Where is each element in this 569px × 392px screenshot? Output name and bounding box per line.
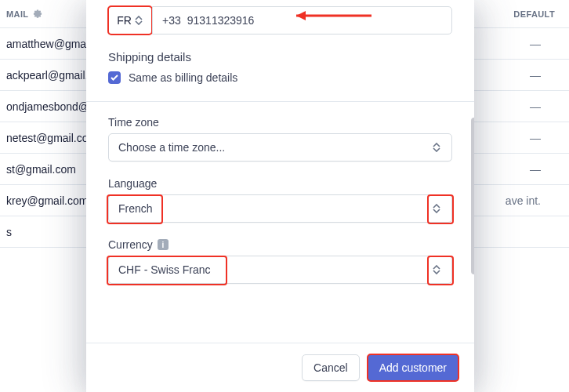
phone-field: FR +33 91311323916 — [108, 6, 452, 34]
phone-country-code: FR — [117, 14, 132, 27]
shipping-section-title: Shipping details — [108, 50, 452, 64]
timezone-field: Time zone Choose a time zone... — [108, 116, 452, 162]
currency-select[interactable]: CHF - Swiss Franc — [108, 256, 452, 284]
column-header-email-text: MAIL — [6, 9, 28, 19]
timezone-label: Time zone — [108, 116, 452, 129]
chevron-updown-icon — [431, 140, 442, 154]
gear-icon[interactable] — [33, 9, 42, 20]
same-as-billing-label: Same as billing details — [129, 71, 237, 84]
cancel-button[interactable]: Cancel — [302, 354, 360, 381]
add-customer-button[interactable]: Add customer — [368, 354, 458, 381]
scrollbar-thumb[interactable] — [471, 118, 474, 274]
currency-label: Currency i — [108, 238, 452, 251]
phone-dial-prefix: +33 — [162, 14, 181, 27]
phone-number-input[interactable]: +33 91311323916 — [152, 6, 452, 34]
divider — [86, 101, 474, 102]
checkbox-checked-icon — [108, 71, 121, 84]
timezone-value: Choose a time zone... — [118, 141, 431, 154]
currency-value: CHF - Swiss Franc — [118, 263, 431, 276]
info-icon[interactable]: i — [158, 239, 169, 250]
modal-body: FR +33 91311323916 Shipping details — [86, 0, 474, 343]
same-as-billing-row[interactable]: Same as billing details — [108, 71, 452, 84]
timezone-select[interactable]: Choose a time zone... — [108, 133, 452, 162]
language-value: French — [118, 202, 431, 215]
chevron-updown-icon — [431, 263, 442, 277]
phone-country-select[interactable]: FR — [108, 6, 152, 34]
chevron-updown-icon — [133, 13, 144, 27]
language-field: Language French — [108, 177, 452, 223]
currency-label-text: Currency — [108, 238, 153, 251]
chevron-updown-icon — [431, 201, 442, 216]
language-select[interactable]: French — [108, 194, 452, 223]
add-customer-modal: FR +33 91311323916 Shipping details — [86, 0, 474, 392]
phone-number-value: 91311323916 — [187, 14, 255, 27]
language-label: Language — [108, 177, 452, 190]
modal-footer: Cancel Add customer — [86, 343, 474, 392]
currency-field: Currency i CHF - Swiss Franc — [108, 238, 452, 284]
